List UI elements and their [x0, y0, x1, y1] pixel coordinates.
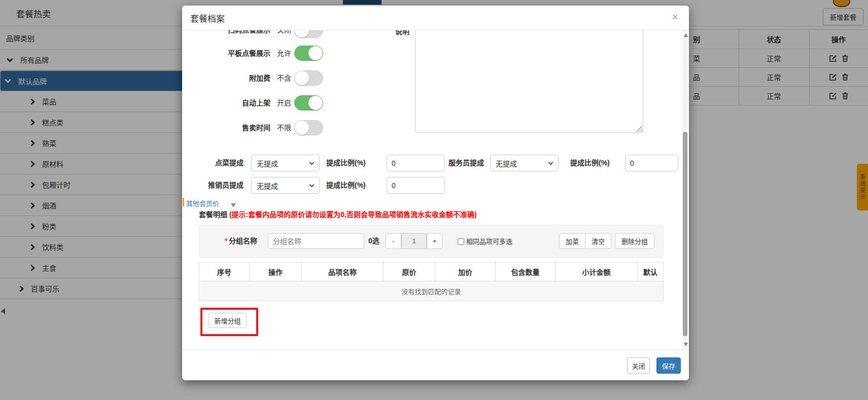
multi-select-checkbox[interactable] [458, 238, 464, 245]
combo-profile-modal: 套餐档案 × 扫码点餐展示 关闭 说明 平板点餐展示 允许 附加费 不含 自动上… [182, 6, 689, 380]
group-name-label: 分组名称 [229, 233, 260, 249]
col-subtotal: 小计金额 [555, 263, 638, 281]
modal-save-button[interactable]: 保存 [656, 357, 681, 374]
textarea-resize-handle[interactable] [637, 126, 642, 132]
col-qty: 包含数量 [496, 263, 555, 281]
scrollbar-thumb[interactable] [683, 132, 687, 336]
col-default: 默认 [638, 263, 663, 281]
empty-state: 没有找到匹配的记录 [199, 281, 664, 301]
toggle-label-surcharge: 附加费 [194, 70, 270, 86]
member-price-marker [183, 198, 184, 206]
required-mark: * [225, 233, 227, 249]
triangle-down-icon[interactable] [231, 203, 236, 207]
col-item: 品项名称 [302, 263, 384, 281]
chevron-down-icon [309, 183, 315, 188]
col-markup: 加价 [435, 263, 496, 281]
toggle-label-sale-time: 售卖时间 [194, 120, 270, 135]
waiter-ratio-label: 提成比例(%) [570, 155, 618, 171]
chevron-down-icon [309, 160, 315, 165]
add-dish-button[interactable]: 加菜 [559, 233, 585, 249]
modal-close-button[interactable]: 关闭 [627, 357, 650, 374]
promoter-commission-select[interactable]: 无提成 [251, 177, 320, 194]
qty-value: 1 [401, 233, 427, 249]
waiter-commission-select[interactable]: 无提成 [490, 155, 559, 171]
toggle-label-auto-shelf: 自动上架 [194, 95, 270, 111]
chevron-down-icon [548, 160, 553, 165]
other-member-price-link[interactable]: 其他会员价 [186, 198, 219, 208]
qr-order-toggle[interactable] [294, 30, 323, 38]
col-seq: 序号 [199, 263, 250, 281]
dish-commission-label: 点菜提成 [192, 155, 244, 171]
promoter-ratio-input[interactable] [387, 177, 445, 194]
qty-minus-button[interactable]: - [386, 233, 401, 249]
toggle-label-qr-order: 扫码点餐展示 [194, 30, 270, 34]
scroll-up-icon[interactable] [684, 33, 688, 37]
detail-table-header: 序号 操作 品项名称 原价 加价 包含数量 小计金额 默认 [199, 262, 664, 281]
clear-button[interactable]: 清空 [585, 233, 611, 249]
sale-time-toggle[interactable] [294, 120, 323, 135]
col-action: 操作 [250, 263, 302, 281]
surcharge-toggle[interactable] [294, 70, 323, 86]
delete-group-button[interactable]: 删除分组 [615, 233, 654, 249]
toggle-state-auto-shelf: 开启 [277, 95, 291, 111]
detail-warning: (提示:套餐内品项的原价请勿设置为0,否则会导致品项销售流水实收金额不准确) [229, 210, 477, 219]
modal-body: 扫码点餐展示 关闭 说明 平板点餐展示 允许 附加费 不含 自动上架 开启 售卖… [182, 30, 689, 350]
multi-select-checkbox-wrap [458, 238, 464, 247]
dish-commission-select[interactable]: 无提成 [251, 155, 320, 171]
scroll-down-icon[interactable] [684, 343, 688, 346]
modal-title: 套餐档案 [190, 6, 225, 30]
group-name-input[interactable] [268, 233, 364, 249]
modal-header [182, 6, 689, 30]
dish-ratio-input[interactable] [387, 155, 445, 171]
annotation-highlight [200, 308, 258, 336]
dish-ratio-label: 提成比例(%) [326, 155, 374, 171]
waiter-commission-label: 服务员提成 [448, 155, 487, 171]
toggle-label-tablet-order: 平板点餐展示 [194, 46, 270, 61]
description-label: 说明 [389, 30, 409, 36]
col-price: 原价 [384, 263, 435, 281]
promoter-ratio-label: 提成比例(%) [326, 177, 374, 194]
modal-footer [182, 350, 689, 380]
auto-shelf-toggle[interactable] [294, 95, 323, 111]
tablet-order-toggle[interactable] [294, 46, 323, 61]
qty-plus-button[interactable]: + [427, 233, 442, 249]
waiter-ratio-input[interactable] [625, 155, 678, 171]
description-textarea[interactable] [415, 30, 643, 133]
promoter-commission-label: 推销员提成 [192, 177, 244, 194]
detail-heading: 套餐明细 (提示:套餐内品项的原价请勿设置为0,否则会导致品项销售流水实收金额不… [199, 209, 477, 219]
toggle-state-sale-time: 不限 [277, 120, 291, 135]
toggle-state-tablet-order: 允许 [277, 46, 291, 61]
toggle-state-surcharge: 不含 [277, 70, 291, 86]
screen: 套餐热卖 新增套餐 品牌类别 所有品牌 默认品牌 菜品 糕点类 熟菜 原材料 包… [0, 0, 868, 400]
selected-count: 0选 [368, 233, 385, 249]
close-icon[interactable]: × [672, 12, 678, 22]
multi-select-label: 相同品项可多选 [466, 233, 512, 249]
